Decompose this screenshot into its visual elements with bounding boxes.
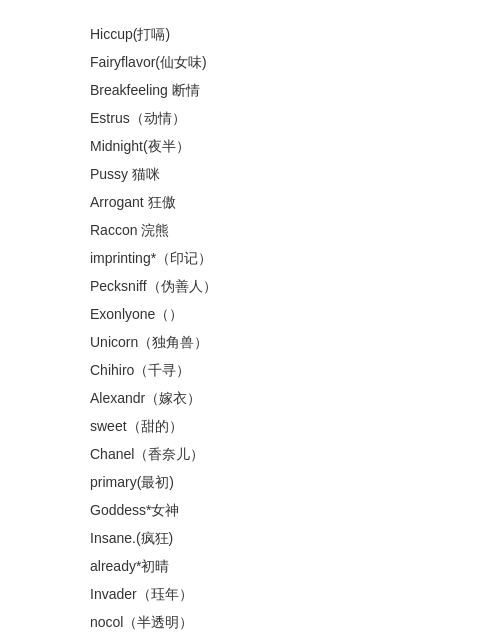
list-item: Goddess*女神 [90,496,410,524]
list-item: Breakfeeling 断情 [90,76,410,104]
list-item: Hiccup(打嗝) [90,20,410,48]
list-item: sweet（甜的） [90,412,410,440]
list-item: Estrus（动情） [90,104,410,132]
list-item: Midnight(夜半） [90,132,410,160]
list-item: Fairyflavor(仙女味) [90,48,410,76]
list-item: Raccon 浣熊 [90,216,410,244]
list-item: already*初晴 [90,552,410,580]
list-item: nocol（半透明） [90,608,410,636]
list-item: Pecksniff（伪善人） [90,272,410,300]
list-item: Invader（珏年） [90,580,410,608]
list-item: Chihiro（千寻） [90,356,410,384]
list-item: Insane.(疯狂) [90,524,410,552]
names-list: Hiccup(打嗝)Fairyflavor(仙女味)Breakfeeling 断… [90,20,410,636]
list-item: Exonlyone（） [90,300,410,328]
list-item: primary(最初) [90,468,410,496]
list-item: Unicorn（独角兽） [90,328,410,356]
list-item: Chanel（香奈儿） [90,440,410,468]
list-item: Alexandr（嫁衣） [90,384,410,412]
list-item: Pussy 猫咪 [90,160,410,188]
list-item: imprinting*（印记） [90,244,410,272]
list-item: Arrogant 狂傲 [90,188,410,216]
